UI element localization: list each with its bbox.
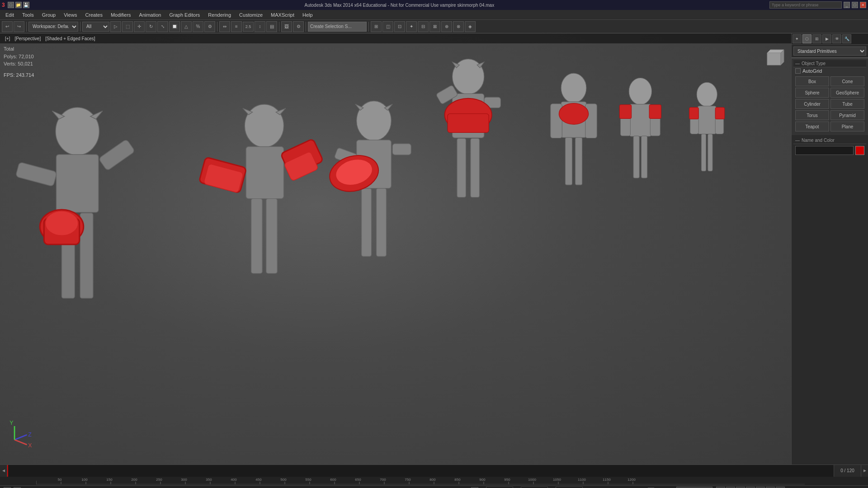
maximize-button[interactable]: □ — [852, 2, 858, 8]
timeline-prev-btn[interactable]: ◀ — [0, 465, 7, 477]
x-input[interactable] — [486, 487, 513, 488]
select-btn[interactable]: ▷ — [110, 21, 121, 32]
play-btn[interactable]: ▶ — [746, 487, 755, 488]
svg-text:350: 350 — [206, 478, 212, 482]
workspace-dropdown[interactable]: Workspace: Default — [28, 22, 78, 32]
named-sel-btn[interactable]: ↕ — [255, 21, 265, 32]
scale-btn[interactable]: ⤡ — [157, 21, 168, 32]
mirror-btn[interactable]: ⇔ — [219, 21, 230, 32]
menu-modifiers[interactable]: Modifiers — [107, 11, 135, 19]
toolbar-extra-3[interactable]: ⊡ — [394, 21, 405, 32]
rp-hierarchy-tab[interactable]: ⊞ — [812, 34, 821, 43]
z-input[interactable] — [556, 487, 583, 488]
align-btn[interactable]: ≡ — [231, 21, 242, 32]
cylinder-button[interactable]: Cylinder — [795, 99, 829, 109]
toolbar-extra-1[interactable]: ⊞ — [371, 21, 382, 32]
menu-create[interactable]: Creates — [81, 11, 106, 19]
viewcube-container[interactable] — [760, 46, 788, 74]
redo-btn[interactable]: ↪ — [14, 21, 24, 32]
snap-btn[interactable]: 🔲 — [169, 21, 180, 32]
open-btn[interactable]: 📁 — [15, 2, 22, 8]
toolbar-extra-2[interactable]: ◫ — [382, 21, 393, 32]
toolbar-extra-9[interactable]: ◈ — [465, 21, 476, 32]
all-dropdown[interactable]: All — [82, 22, 109, 32]
timeline-next-btn[interactable]: ▶ — [861, 465, 868, 477]
bottom-area: ◀ 0 / 120 ▶ 50 100 — [0, 465, 868, 488]
app-controls: □ 📁 💾 — [8, 2, 29, 8]
autogrid-checkbox[interactable] — [795, 68, 801, 74]
box-button[interactable]: Box — [795, 76, 829, 86]
name-color-collapse-icon[interactable]: — — [795, 138, 800, 143]
object-color-swatch[interactable] — [855, 146, 864, 155]
rp-modify-tab[interactable]: ⬡ — [802, 34, 811, 43]
viewport-shading-btn[interactable]: [Shaded + Edged Faces] — [44, 36, 96, 41]
menu-animation[interactable]: Animation — [136, 11, 165, 19]
object-type-collapse-icon[interactable]: — — [795, 61, 800, 66]
viewcube[interactable] — [760, 46, 788, 73]
viewport-3d[interactable]: [+] [Perspective] [Shaded + Edged Faces]… — [0, 33, 791, 465]
menu-maxscript[interactable]: MAXScript — [267, 11, 298, 19]
prev-key-btn[interactable]: ◀◀ — [726, 487, 735, 488]
save-btn[interactable]: 💾 — [23, 2, 29, 8]
primitive-type-dropdown[interactable]: Standard Primitives — [793, 47, 866, 56]
layer-btn[interactable]: ▤ — [266, 21, 277, 32]
rp-utilities-tab[interactable]: 🔧 — [842, 34, 851, 43]
selection-set-field[interactable]: Create Selection S... — [308, 22, 367, 32]
close-button[interactable]: ✕ — [860, 2, 866, 8]
menu-tools[interactable]: Tools — [19, 11, 38, 19]
toolbar-extra-5[interactable]: ⊟ — [418, 21, 429, 32]
jump-end-btn[interactable]: ⏭ — [776, 487, 785, 488]
menu-rendering[interactable]: Rendering — [204, 11, 235, 19]
percent-snap-btn[interactable]: % — [193, 21, 203, 32]
timeline-track[interactable] — [7, 465, 834, 477]
svg-rect-37 — [362, 188, 372, 257]
sphere-button[interactable]: Sphere — [795, 88, 829, 98]
select-region-btn[interactable]: ⬚ — [122, 21, 133, 32]
menu-customize[interactable]: Customize — [236, 11, 266, 19]
toolbar-extra-8[interactable]: ⊗ — [453, 21, 464, 32]
geosphere-button[interactable]: GeoSphere — [830, 88, 864, 98]
angle-snap-btn[interactable]: △ — [181, 21, 192, 32]
object-name-input[interactable] — [795, 146, 854, 155]
tube-button[interactable]: Tube — [830, 99, 864, 109]
menu-edit[interactable]: Edit — [2, 11, 18, 19]
render-btn[interactable]: 🖼 — [281, 21, 292, 32]
undo-btn[interactable]: ↩ — [2, 21, 13, 32]
menu-graph-editors[interactable]: Graph Editors — [165, 11, 203, 19]
menu-help[interactable]: Help — [299, 11, 316, 19]
jump-start-btn[interactable]: ⏮ — [716, 487, 725, 488]
rp-motion-tab[interactable]: ▶ — [822, 34, 831, 43]
search-input[interactable] — [769, 1, 842, 9]
snap-value[interactable]: 2.5 — [243, 22, 254, 32]
toolbar-extra-6[interactable]: ⊠ — [429, 21, 440, 32]
y-input[interactable] — [521, 487, 548, 488]
menu-group[interactable]: Group — [38, 11, 60, 19]
autogrid-label: AutoGrid — [802, 68, 822, 74]
name-and-color-section: — Name and Color — [792, 135, 868, 159]
plane-button[interactable]: Plane — [830, 122, 864, 131]
primitive-buttons-grid: Box Cone Sphere GeoSphere Cylinder Tube … — [793, 75, 866, 133]
frame-counter[interactable]: 0 / 120 — [834, 465, 861, 477]
viewport-perspective-btn[interactable]: [Perspective] — [13, 36, 42, 41]
prev-frame-btn[interactable]: ◀ — [736, 487, 745, 488]
move-btn[interactable]: ✛ — [134, 21, 145, 32]
torus-button[interactable]: Torus — [795, 110, 829, 120]
next-key-btn[interactable]: ▶▶ — [766, 487, 775, 488]
viewport-plus-btn[interactable]: [+] — [4, 36, 11, 41]
next-frame-btn[interactable]: ▶ — [756, 487, 765, 488]
new-btn[interactable]: □ — [8, 2, 14, 8]
toolbar-extra-7[interactable]: ⊕ — [441, 21, 452, 32]
rp-display-tab[interactable]: 👁 — [832, 34, 841, 43]
pyramid-button[interactable]: Pyramid — [830, 110, 864, 120]
rp-create-tab[interactable]: ✦ — [793, 34, 802, 43]
render-setup-btn[interactable]: ⚙ — [293, 21, 304, 32]
cone-button[interactable]: Cone — [830, 76, 864, 86]
selected-dropdown[interactable]: Selected — [676, 487, 712, 488]
spinner-snap-btn[interactable]: ⚙ — [204, 21, 215, 32]
menu-views[interactable]: Views — [60, 11, 80, 19]
minimize-button[interactable]: _ — [844, 2, 850, 8]
toolbar-extra-4[interactable]: ✦ — [406, 21, 417, 32]
rotate-btn[interactable]: ↻ — [146, 21, 156, 32]
teapot-button[interactable]: Teapot — [795, 122, 829, 131]
svg-rect-19 — [576, 137, 582, 185]
